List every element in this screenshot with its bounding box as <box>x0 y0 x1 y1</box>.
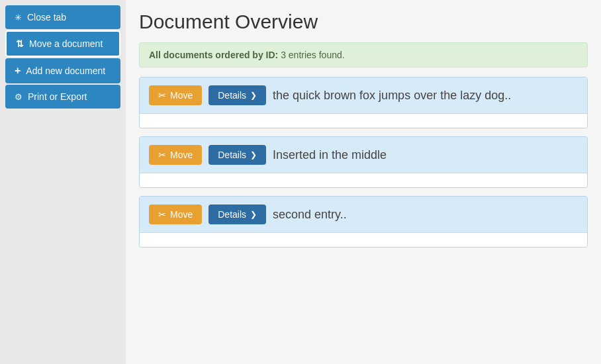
doc-card-top: ✂MoveDetails❯second entry.. <box>140 197 587 232</box>
move-document-button[interactable]: Move a document <box>5 30 120 57</box>
details-btn-label: Details <box>218 150 246 160</box>
chevron-right-icon: ❯ <box>250 91 257 100</box>
document-text: second entry.. <box>273 208 578 222</box>
details-btn-label: Details <box>218 90 246 101</box>
move-btn-label: Move <box>170 150 193 160</box>
move-icon <box>16 38 24 49</box>
document-text: the quick brown fox jumps over the lazy … <box>273 89 578 103</box>
move-button[interactable]: ✂Move <box>149 205 202 224</box>
main-content: Document Overview All documents ordered … <box>126 0 601 364</box>
page-title: Document Overview <box>139 11 588 33</box>
chevron-right-icon: ❯ <box>250 210 257 219</box>
status-message: 3 entries found. <box>281 50 345 60</box>
print-export-label: Print or Export <box>28 91 87 102</box>
details-button[interactable]: Details❯ <box>208 205 266 224</box>
chevron-right-icon: ❯ <box>250 150 257 159</box>
doc-card-bottom <box>140 173 587 187</box>
plus-icon <box>15 65 21 77</box>
document-card: ✂MoveDetails❯second entry.. <box>139 196 588 248</box>
scissors-icon: ✂ <box>158 150 166 160</box>
status-banner: All documents ordered by ID: 3 entries f… <box>139 42 588 68</box>
document-text: Inserted in the middle <box>273 148 578 162</box>
scissors-icon: ✂ <box>158 209 166 220</box>
sidebar: Close tab Move a document Add new docume… <box>0 0 126 364</box>
close-tab-button[interactable]: Close tab <box>5 5 120 29</box>
move-document-label: Move a document <box>29 38 103 49</box>
doc-card-top: ✂MoveDetails❯the quick brown fox jumps o… <box>140 77 587 113</box>
scissors-icon: ✂ <box>158 90 166 101</box>
close-tab-label: Close tab <box>27 12 66 23</box>
doc-card-top: ✂MoveDetails❯Inserted in the middle <box>140 137 587 173</box>
details-button[interactable]: Details❯ <box>208 85 266 105</box>
print-export-button[interactable]: Print or Export <box>5 85 120 109</box>
doc-card-bottom <box>140 232 587 247</box>
document-card: ✂MoveDetails❯Inserted in the middle <box>139 136 588 188</box>
move-button[interactable]: ✂Move <box>149 145 202 165</box>
move-btn-label: Move <box>170 209 193 220</box>
move-button[interactable]: ✂Move <box>149 85 202 105</box>
details-button[interactable]: Details❯ <box>208 145 266 165</box>
move-btn-label: Move <box>170 90 193 101</box>
asterisk-icon <box>15 12 22 23</box>
add-document-label: Add new document <box>26 66 105 76</box>
add-document-button[interactable]: Add new document <box>5 58 120 83</box>
document-list: ✂MoveDetails❯the quick brown fox jumps o… <box>139 77 588 248</box>
doc-card-bottom <box>140 113 587 128</box>
document-card: ✂MoveDetails❯the quick brown fox jumps o… <box>139 77 588 128</box>
status-label: All documents ordered by ID: <box>149 50 278 60</box>
details-btn-label: Details <box>218 209 246 220</box>
gear-icon <box>15 91 23 102</box>
